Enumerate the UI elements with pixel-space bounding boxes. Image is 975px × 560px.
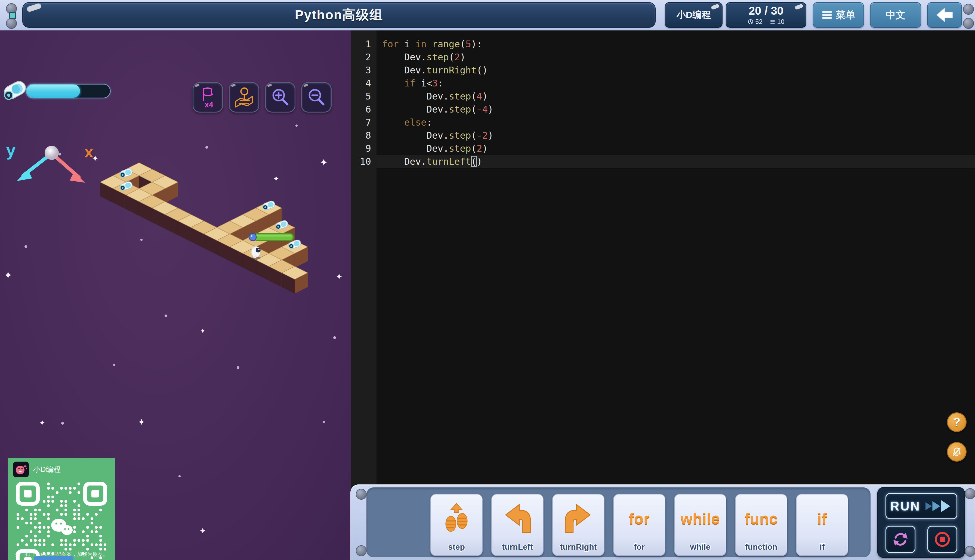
code-line[interactable]: Dev.step(2) bbox=[377, 50, 975, 63]
keyword-icon: for bbox=[629, 497, 650, 540]
stop-icon bbox=[934, 531, 951, 548]
clock-icon bbox=[748, 19, 753, 25]
glint-decoration bbox=[26, 3, 42, 13]
screw-icon bbox=[356, 545, 367, 556]
speed-x4-button[interactable]: x4 bbox=[193, 82, 223, 113]
code-line[interactable]: Dev.step(-2) bbox=[377, 129, 975, 142]
zoom-out-icon bbox=[306, 87, 327, 108]
block-label: turnRight bbox=[553, 542, 604, 552]
code-line[interactable]: Dev.step(-4) bbox=[377, 103, 975, 116]
star-decoration bbox=[205, 146, 208, 149]
code-line[interactable]: else: bbox=[377, 116, 975, 129]
score-value: 20 / 30 bbox=[749, 4, 783, 17]
block-label: while bbox=[674, 542, 726, 552]
keyword-icon: func bbox=[745, 497, 778, 540]
brand-button[interactable]: 小D编程 bbox=[665, 2, 723, 28]
keyword-icon: if bbox=[817, 497, 827, 540]
zoom-out-button[interactable] bbox=[301, 82, 332, 113]
run-button[interactable]: RUN bbox=[885, 493, 957, 519]
block-turnRight[interactable]: turnRight bbox=[552, 494, 604, 556]
block-tray: step turnLeft turnRightforforwhilewhilef… bbox=[366, 487, 870, 557]
block-for[interactable]: forfor bbox=[613, 494, 665, 556]
back-button[interactable] bbox=[927, 2, 962, 28]
menu-button[interactable]: 菜单 bbox=[813, 2, 864, 28]
zoom-in-button[interactable] bbox=[265, 82, 296, 113]
player-avatar-icon bbox=[2, 76, 28, 103]
stop-button[interactable] bbox=[927, 526, 957, 553]
speed-flag-icon: x4 bbox=[197, 86, 219, 108]
block-step[interactable]: step bbox=[431, 494, 482, 556]
step-wrap bbox=[442, 497, 471, 540]
score-button[interactable]: 20 / 30 52 10 bbox=[726, 2, 806, 28]
line-number: 8 bbox=[351, 129, 371, 142]
code-line[interactable]: Dev.turnLeft() bbox=[377, 155, 975, 168]
star-decoration bbox=[25, 245, 27, 248]
block-label: step bbox=[431, 542, 482, 552]
star-decoration bbox=[113, 364, 115, 366]
line-number-gutter: 12345678910 bbox=[351, 30, 377, 560]
star-decoration bbox=[337, 274, 342, 279]
step-icon bbox=[442, 502, 471, 535]
isometric-board[interactable] bbox=[90, 158, 313, 300]
reset-loop-icon bbox=[892, 531, 910, 548]
line-number: 1 bbox=[351, 38, 371, 50]
bottom-hint-bar[interactable] bbox=[34, 556, 73, 560]
line-number: 9 bbox=[351, 142, 371, 155]
top-bar: Python高级组 小D编程 20 / 30 52 10 bbox=[0, 0, 975, 30]
block-if[interactable]: ifif bbox=[796, 494, 848, 556]
block-function[interactable]: funcfunction bbox=[735, 494, 787, 556]
block-label: function bbox=[736, 542, 787, 552]
time-stat: 52 bbox=[748, 18, 763, 25]
code-editor[interactable]: 12345678910 for i in range(5): Dev.step(… bbox=[351, 30, 975, 560]
block-toolbar: step turnLeft turnRightforforwhilewhilef… bbox=[351, 485, 975, 560]
keyword-icon: while bbox=[680, 497, 720, 540]
reset-button[interactable] bbox=[885, 526, 915, 553]
block-label: if bbox=[796, 542, 848, 552]
star-decoration bbox=[40, 420, 45, 425]
axis-indicator: y x bbox=[0, 137, 104, 197]
hamburger-icon bbox=[821, 10, 833, 20]
code-line[interactable]: if i<3: bbox=[377, 77, 975, 90]
hint-mute-button[interactable] bbox=[947, 442, 967, 462]
line-number: 2 bbox=[351, 50, 371, 63]
qr-panel: 小D编程 扫一扫上面的二维码图案，加我为朋友。 bbox=[8, 458, 115, 560]
page-title: Python高级组 bbox=[295, 6, 383, 23]
turn-right-wrap bbox=[562, 497, 595, 540]
indicator-chip bbox=[9, 12, 16, 19]
block-label: for bbox=[614, 542, 665, 552]
screw-icon bbox=[963, 18, 974, 29]
block-while[interactable]: whilewhile bbox=[674, 494, 726, 556]
code-line[interactable]: Dev.step(4) bbox=[377, 90, 975, 103]
screw-icon bbox=[6, 18, 17, 29]
lines-stat: 10 bbox=[770, 18, 785, 25]
code-line[interactable]: Dev.step(2) bbox=[377, 142, 975, 155]
level-progress-bar bbox=[26, 84, 111, 98]
help-button[interactable]: ? bbox=[947, 412, 967, 432]
map-pin-icon bbox=[233, 87, 255, 108]
back-arrow-icon bbox=[935, 7, 955, 23]
y-axis-label: y bbox=[6, 140, 16, 160]
star-decoration bbox=[200, 528, 205, 533]
star-decoration bbox=[296, 125, 297, 127]
star-decoration bbox=[139, 419, 144, 425]
brand-label: 小D编程 bbox=[676, 9, 711, 21]
fast-forward-icon bbox=[925, 498, 953, 514]
line-number: 6 bbox=[351, 103, 371, 116]
star-decoration bbox=[237, 366, 239, 369]
block-label: turnLeft bbox=[492, 542, 543, 552]
glint-decoration bbox=[711, 3, 720, 10]
code-line[interactable]: for i in range(5): bbox=[377, 38, 975, 50]
glint-decoration bbox=[795, 3, 804, 10]
qr-app-name: 小D编程 bbox=[33, 465, 61, 474]
star-decoration bbox=[323, 421, 325, 423]
game-scene-panel: x4 y bbox=[0, 30, 351, 560]
star-decoration bbox=[179, 475, 180, 477]
code-line[interactable]: Dev.turnRight() bbox=[377, 63, 975, 77]
turn-left-wrap bbox=[501, 497, 534, 540]
language-button[interactable]: 中文 bbox=[870, 2, 921, 28]
star-decoration bbox=[5, 272, 12, 278]
block-turnLeft[interactable]: turnLeft bbox=[491, 494, 544, 556]
code-area[interactable]: for i in range(5): Dev.step(2) Dev.turnR… bbox=[377, 30, 975, 560]
star-decoration bbox=[61, 422, 64, 425]
minimap-button[interactable] bbox=[229, 82, 259, 113]
